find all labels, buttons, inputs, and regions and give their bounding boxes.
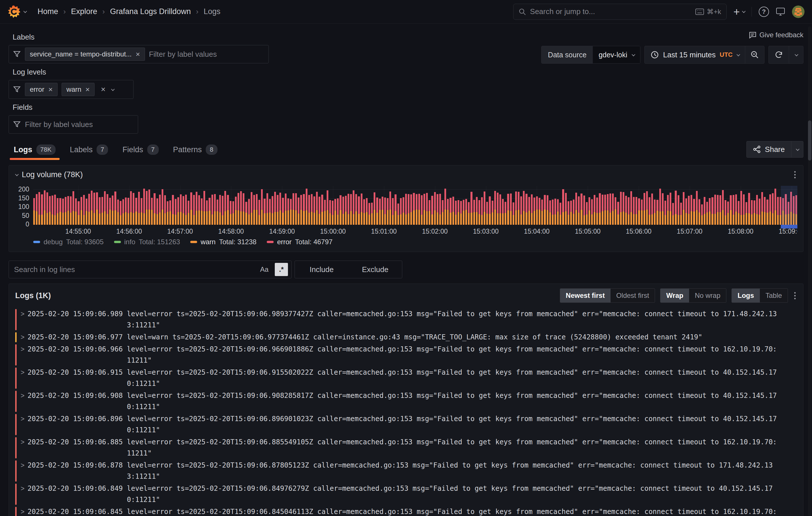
add-new-button[interactable]: + — [733, 6, 745, 17]
volume-bar[interactable] — [497, 193, 498, 225]
volume-bar[interactable] — [125, 197, 127, 225]
volume-bar[interactable] — [499, 194, 501, 225]
volume-bar[interactable] — [156, 198, 158, 225]
volume-bar[interactable] — [562, 189, 564, 225]
share-button[interactable]: Share — [747, 141, 791, 157]
expand-row-icon[interactable]: > — [21, 367, 28, 389]
volume-bar[interactable] — [426, 193, 428, 225]
volume-bar[interactable] — [502, 199, 504, 225]
volume-bar[interactable] — [463, 200, 464, 225]
volume-bar[interactable] — [453, 197, 454, 225]
volume-bar[interactable] — [198, 195, 200, 225]
volume-bar[interactable] — [49, 196, 51, 225]
volume-bar[interactable] — [575, 193, 577, 225]
volume-bar[interactable] — [643, 193, 645, 225]
page-scrollbar[interactable] — [808, 26, 811, 516]
legend-item-error[interactable]: errorTotal: 46797 — [267, 238, 332, 246]
volume-bar[interactable] — [277, 195, 279, 225]
datasource-value[interactable]: gdev-loki — [593, 46, 640, 63]
volume-bar[interactable] — [164, 195, 166, 225]
volume-bar[interactable] — [486, 202, 488, 225]
volume-bar[interactable] — [413, 193, 414, 225]
volume-bar[interactable] — [287, 198, 289, 225]
volume-bar[interactable] — [75, 198, 77, 225]
volume-bar[interactable] — [141, 198, 142, 225]
volume-bar[interactable] — [630, 191, 632, 225]
volume-bar[interactable] — [361, 193, 362, 225]
volume-bar[interactable] — [664, 201, 666, 225]
remove-chip-icon[interactable]: × — [136, 51, 140, 58]
volume-bar[interactable] — [570, 201, 572, 225]
volume-bar[interactable] — [122, 199, 124, 225]
org-switcher-chevron-icon[interactable] — [24, 9, 27, 13]
volume-bar[interactable] — [67, 196, 69, 225]
toggle-newest-first[interactable]: Newest first — [560, 289, 611, 302]
volume-bar[interactable] — [730, 195, 731, 225]
volume-bar[interactable] — [691, 195, 692, 225]
volume-bar[interactable] — [416, 194, 417, 225]
volume-bar[interactable] — [379, 199, 381, 225]
volume-bar[interactable] — [559, 203, 561, 225]
toggle-no-wrap[interactable]: No wrap — [689, 289, 726, 302]
volume-bar[interactable] — [586, 202, 588, 225]
log-row[interactable]: >2025-02-20 15:09:06.896 level=error ts=… — [15, 413, 779, 436]
expand-row-icon[interactable]: > — [21, 332, 28, 343]
volume-bar[interactable] — [421, 195, 423, 225]
volume-bar[interactable] — [520, 196, 522, 225]
labels-filter-box[interactable]: service_name = tempo-distribut... × Filt… — [8, 45, 269, 63]
volume-bar[interactable] — [557, 199, 559, 225]
volume-bar[interactable] — [573, 199, 575, 225]
volume-bar[interactable] — [91, 191, 92, 225]
log-row[interactable]: >2025-02-20 15:09:06.915 level=error ts=… — [15, 367, 779, 389]
volume-bar[interactable] — [717, 195, 719, 225]
volume-bar[interactable] — [384, 197, 386, 225]
volume-bar[interactable] — [712, 197, 713, 225]
volume-bar[interactable] — [588, 197, 590, 225]
volume-bar[interactable] — [363, 199, 365, 225]
volume-bar[interactable] — [240, 191, 242, 225]
volume-bar[interactable] — [672, 203, 674, 225]
volume-bar[interactable] — [335, 199, 336, 225]
volume-bar[interactable] — [54, 195, 56, 225]
volume-bar[interactable] — [641, 199, 643, 225]
volume-bar[interactable] — [541, 199, 543, 225]
volume-bar[interactable] — [743, 194, 745, 225]
volume-bar[interactable] — [510, 193, 512, 225]
volume-bar[interactable] — [772, 193, 774, 225]
volume-bar[interactable] — [615, 197, 616, 225]
share-dropdown-button[interactable] — [791, 141, 803, 157]
volume-bar[interactable] — [764, 197, 765, 225]
volume-bar[interactable] — [565, 193, 567, 225]
volume-bar[interactable] — [410, 194, 412, 225]
volume-bar[interactable] — [429, 200, 430, 225]
volume-bar[interactable] — [282, 198, 284, 225]
volume-bar[interactable] — [612, 193, 614, 225]
toggle-table[interactable]: Table — [760, 289, 788, 302]
volume-bar[interactable] — [756, 195, 758, 225]
tab-logs[interactable]: Logs78K — [8, 142, 61, 160]
toggle-oldest-first[interactable]: Oldest first — [611, 289, 655, 302]
volume-bar[interactable] — [112, 195, 113, 225]
volume-bar[interactable] — [525, 194, 527, 225]
volume-bar[interactable] — [442, 200, 443, 225]
volume-bar[interactable] — [159, 195, 161, 225]
refresh-interval-dropdown[interactable] — [789, 46, 803, 63]
volume-bar[interactable] — [190, 192, 192, 225]
volume-bar[interactable] — [162, 189, 163, 225]
log-row[interactable]: >2025-02-20 15:09:06.885 level=error ts=… — [15, 437, 779, 459]
volume-bar[interactable] — [355, 194, 357, 225]
volume-bar[interactable] — [86, 199, 87, 225]
remove-chip-icon[interactable]: × — [85, 86, 90, 93]
log-search-input[interactable] — [14, 265, 254, 274]
volume-bar[interactable] — [78, 201, 79, 225]
volume-bar[interactable] — [201, 198, 203, 225]
volume-bar[interactable] — [699, 199, 700, 225]
breadcrumb-item[interactable]: Grafana Logs Drilldown — [110, 7, 191, 16]
volume-bar[interactable] — [324, 200, 326, 225]
volume-bar[interactable] — [303, 194, 304, 225]
volume-bar[interactable] — [311, 194, 313, 225]
volume-bar[interactable] — [709, 198, 710, 225]
expand-row-icon[interactable]: > — [21, 390, 28, 412]
volume-bar[interactable] — [175, 199, 176, 225]
volume-bar[interactable] — [266, 193, 268, 225]
